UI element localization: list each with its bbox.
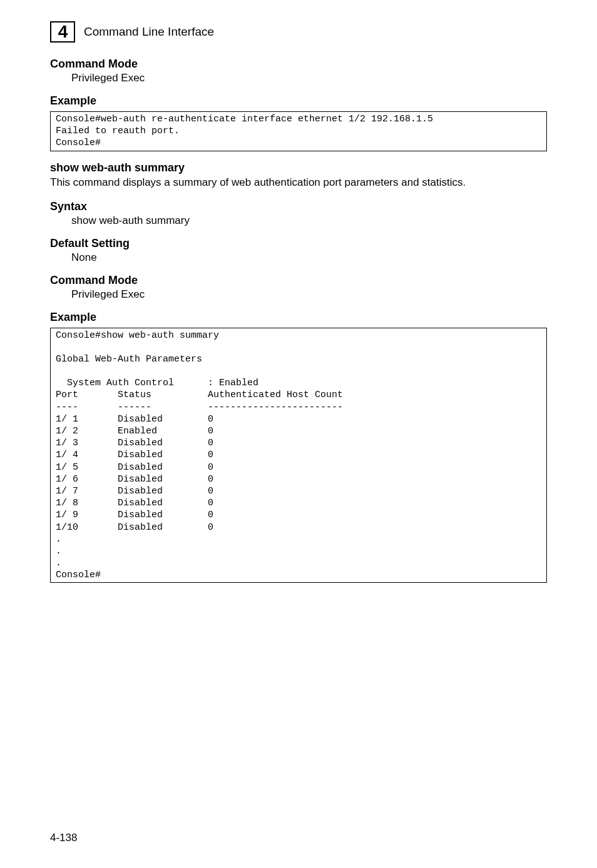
heading-example-2: Example [50, 311, 547, 324]
syntax-value: show web-auth summary [71, 214, 547, 227]
code-block-2: Console#show web-auth summary Global Web… [50, 328, 547, 583]
command-mode-value-1: Privileged Exec [71, 72, 547, 84]
chapter-title: Command Line Interface [84, 25, 214, 39]
page-header: 4 Command Line Interface [50, 21, 547, 43]
heading-show-web-auth: show web-auth summary [50, 161, 547, 174]
page-content: 4 Command Line Interface Command Mode Pr… [0, 0, 597, 583]
heading-default-setting: Default Setting [50, 237, 547, 250]
chapter-number-icon: 4 [50, 21, 75, 43]
default-setting-value: None [71, 251, 547, 264]
heading-example-1: Example [50, 94, 547, 108]
show-web-auth-description: This command displays a summary of web a… [50, 176, 547, 190]
page-number: 4-138 [50, 832, 77, 844]
heading-command-mode-1: Command Mode [50, 58, 547, 71]
heading-command-mode-2: Command Mode [50, 274, 547, 287]
code-block-1: Console#web-auth re-authenticate interfa… [50, 111, 547, 151]
chapter-number: 4 [58, 22, 68, 42]
command-mode-value-2: Privileged Exec [71, 288, 547, 301]
heading-syntax: Syntax [50, 200, 547, 213]
